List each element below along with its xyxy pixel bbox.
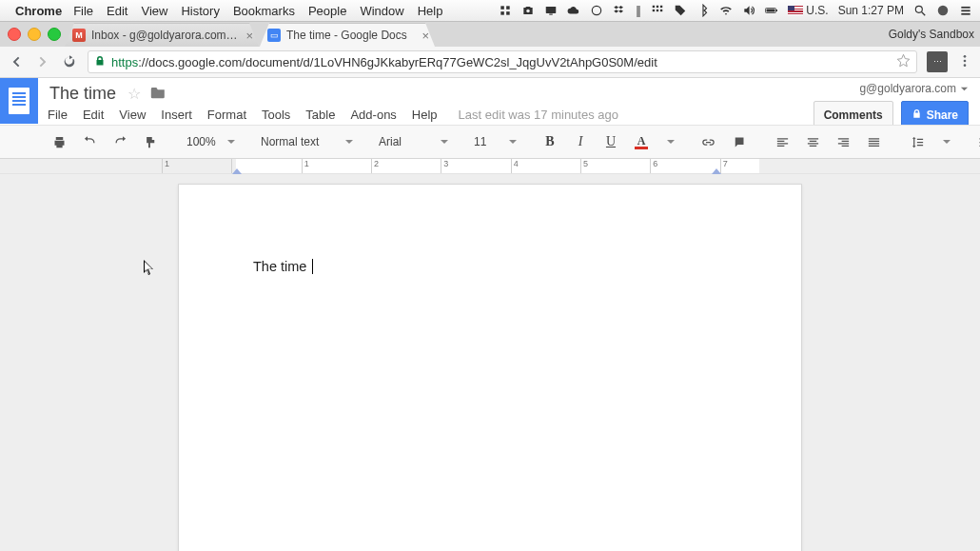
docs-home-button[interactable]	[0, 78, 38, 124]
menubar-wifi-icon[interactable]	[719, 4, 733, 17]
menubar-tag-icon[interactable]	[674, 4, 687, 17]
reload-button[interactable]	[61, 53, 78, 70]
undo-button[interactable]	[76, 130, 103, 153]
align-left-button[interactable]	[769, 130, 795, 153]
docs-app: The time ☆ File Edit View Insert Format …	[0, 78, 980, 551]
last-edit-label[interactable]: Last edit was 17 minutes ago	[459, 108, 618, 122]
macos-menu-file[interactable]: File	[73, 4, 93, 18]
underline-button[interactable]: U	[598, 130, 624, 153]
docs-menu-tools[interactable]: Tools	[262, 108, 290, 122]
menubar-notifications-icon[interactable]	[959, 4, 972, 17]
line-spacing-dropdown[interactable]	[934, 130, 953, 153]
bookmark-star-icon[interactable]	[896, 53, 911, 70]
svg-rect-2	[501, 11, 505, 15]
text-color-button[interactable]: A	[628, 130, 655, 153]
svg-rect-21	[961, 10, 970, 11]
font-size-select[interactable]: 11	[468, 130, 519, 153]
menubar-spotlight-icon[interactable]	[913, 4, 927, 17]
docs-menu-addons[interactable]: Add-ons	[350, 108, 396, 122]
macos-menu-view[interactable]: View	[141, 4, 167, 18]
italic-button[interactable]: I	[567, 130, 594, 153]
docs-menu-edit[interactable]: Edit	[83, 108, 104, 122]
window-zoom-button[interactable]	[48, 28, 61, 41]
address-bar[interactable]: https://docs.google.com/document/d/1LoVH…	[88, 50, 917, 73]
browser-tab-gmail[interactable]: M Inbox - g@goldyarora.com - G ×	[65, 23, 259, 47]
menubar-siri-icon[interactable]	[936, 4, 950, 17]
horizontal-ruler[interactable]: 1 1 2 3 4 5 6 7	[0, 159, 980, 174]
bold-button[interactable]: B	[537, 130, 563, 153]
back-button[interactable]	[8, 53, 25, 70]
menubar-input-locale[interactable]: U.S.	[788, 4, 828, 17]
extension-icon[interactable]: ⋯	[927, 51, 948, 72]
ruler-tick: 2	[371, 159, 441, 173]
align-justify-button[interactable]	[860, 130, 887, 153]
editor-canvas[interactable]: The time	[0, 174, 980, 551]
macos-menu-people[interactable]: People	[308, 4, 346, 18]
svg-rect-20	[961, 7, 970, 9]
docs-menu-table[interactable]: Table	[305, 108, 335, 122]
insert-comment-button[interactable]	[725, 130, 752, 153]
print-button[interactable]	[46, 130, 72, 153]
window-controls	[6, 22, 65, 47]
document-title-input[interactable]: The time	[48, 84, 118, 104]
align-center-button[interactable]	[799, 130, 826, 153]
chrome-tab-strip: M Inbox - g@goldyarora.com - G × ▭ The t…	[0, 22, 980, 47]
window-close-button[interactable]	[8, 28, 21, 41]
star-document-icon[interactable]: ☆	[127, 85, 141, 103]
forward-button[interactable]	[34, 53, 51, 70]
docs-favicon-icon: ▭	[267, 29, 281, 42]
macos-menu-edit[interactable]: Edit	[107, 4, 127, 18]
menubar-display-icon[interactable]	[544, 4, 558, 17]
docs-menu-view[interactable]: View	[119, 108, 146, 122]
numbered-list-button[interactable]	[970, 130, 980, 153]
menubar-dropbox-icon[interactable]	[613, 4, 626, 17]
docs-menu-insert[interactable]: Insert	[161, 108, 192, 122]
menubar-volume-icon[interactable]	[742, 4, 755, 17]
chrome-menu-icon[interactable]	[957, 53, 972, 71]
account-switcher[interactable]: g@goldyarora.com	[859, 82, 969, 95]
move-folder-icon[interactable]	[150, 86, 167, 102]
menubar-extra-icon[interactable]	[499, 4, 512, 17]
redo-button[interactable]	[107, 130, 133, 153]
paragraph-style-select[interactable]: Normal text	[255, 130, 356, 153]
font-family-select[interactable]: Arial	[373, 130, 451, 153]
macos-menu-bookmarks[interactable]: Bookmarks	[233, 4, 295, 18]
align-right-button[interactable]	[830, 130, 856, 153]
window-minimize-button[interactable]	[28, 28, 41, 41]
menubar-sync-icon[interactable]	[590, 4, 603, 17]
menubar-camera-icon[interactable]	[521, 4, 535, 17]
tab-title: Inbox - g@goldyarora.com - G	[91, 29, 240, 42]
svg-rect-1	[506, 6, 510, 10]
svg-point-17	[915, 6, 922, 12]
paint-format-button[interactable]	[137, 130, 164, 153]
menubar-bluetooth-icon[interactable]	[696, 4, 710, 17]
menubar-battery-icon[interactable]	[765, 4, 778, 17]
macos-menu-history[interactable]: History	[181, 4, 219, 18]
macos-menu-window[interactable]: Window	[360, 4, 403, 18]
mouse-cursor-icon	[144, 260, 155, 277]
tab-close-icon[interactable]: ×	[421, 29, 429, 43]
svg-line-18	[922, 12, 926, 16]
menubar-grid-icon[interactable]	[651, 4, 664, 17]
line-spacing-button[interactable]	[904, 130, 931, 153]
zoom-select[interactable]: 100%	[181, 130, 238, 153]
macos-menu-help[interactable]: Help	[418, 4, 443, 18]
docs-menu-format[interactable]: Format	[207, 108, 246, 122]
menubar-clock[interactable]: Sun 1:27 PM	[838, 4, 904, 17]
svg-rect-11	[653, 10, 655, 11]
insert-link-button[interactable]	[695, 130, 721, 153]
chrome-profile-name[interactable]: Goldy's Sandbox	[889, 22, 974, 47]
document-page[interactable]: The time	[178, 184, 802, 551]
svg-rect-9	[657, 6, 658, 8]
ruler-tick: 1	[302, 159, 371, 173]
text-color-dropdown[interactable]	[658, 130, 677, 153]
docs-menu-file[interactable]: File	[48, 108, 68, 122]
browser-tab-docs[interactable]: ▭ The time - Google Docs ×	[260, 23, 435, 47]
active-app-name[interactable]: Chrome	[15, 4, 62, 18]
tab-close-icon[interactable]: ×	[245, 29, 253, 43]
url-text: https://docs.google.com/document/d/1LoVH…	[111, 55, 657, 69]
docs-menu-help[interactable]: Help	[412, 108, 438, 122]
svg-rect-16	[776, 10, 777, 11]
menubar-cloud-icon[interactable]	[567, 4, 580, 17]
document-text[interactable]: The time	[253, 259, 310, 274]
